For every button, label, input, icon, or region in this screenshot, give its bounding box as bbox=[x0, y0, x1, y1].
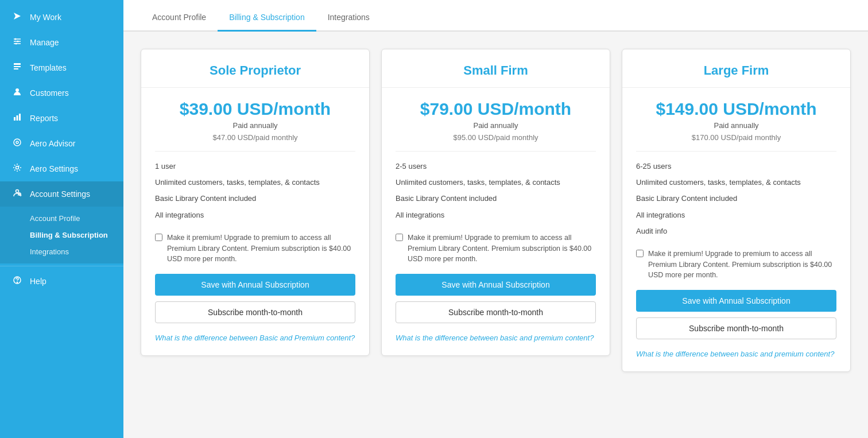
plan-name-sole-proprietor: Sole Proprietor bbox=[155, 63, 355, 78]
btn-monthly-small-firm[interactable]: Subscribe month-to-month bbox=[396, 301, 596, 323]
sidebar-item-help[interactable]: Help bbox=[0, 269, 123, 294]
feature-item: 2-5 users bbox=[396, 158, 596, 175]
plan-billing-large-firm: Paid annually bbox=[636, 121, 836, 130]
main-content: Account Profile Billing & Subscription I… bbox=[123, 0, 868, 438]
plan-small-firm: Small Firm $79.00 USD/month Paid annuall… bbox=[381, 49, 610, 356]
svg-rect-9 bbox=[14, 68, 18, 69]
sidebar-item-label: Manage bbox=[30, 38, 59, 47]
plan-link-large-firm[interactable]: What is the difference between basic and… bbox=[636, 348, 836, 360]
plan-link-small-firm[interactable]: What is the difference between basic and… bbox=[396, 332, 596, 344]
feature-item: Unlimited customers, tasks, templates, &… bbox=[396, 175, 596, 191]
sidebar-sub-account-profile[interactable]: Account Profile bbox=[0, 210, 123, 227]
feature-item: 6-25 users bbox=[636, 158, 836, 175]
plan-price-large-firm: $149.00 USD/month bbox=[636, 99, 836, 119]
sidebar-item-label: Aero Settings bbox=[30, 164, 78, 173]
feature-item: Basic Library Content included bbox=[396, 191, 596, 207]
plan-features-large-firm: 6-25 users Unlimited customers, tasks, t… bbox=[636, 158, 836, 239]
sidebar-item-label: Aero Advisor bbox=[30, 139, 75, 148]
btn-annual-small-firm[interactable]: Save with Annual Subscription bbox=[396, 274, 596, 296]
plan-premium-large-firm: Make it premium! Upgrade to premium to a… bbox=[636, 249, 836, 281]
sidebar-item-templates[interactable]: Templates bbox=[0, 55, 123, 80]
tab-account-profile[interactable]: Account Profile bbox=[141, 3, 218, 32]
tab-integrations[interactable]: Integrations bbox=[316, 3, 381, 32]
svg-point-5 bbox=[17, 41, 19, 42]
sidebar-item-manage[interactable]: Manage bbox=[0, 30, 123, 55]
btn-annual-sole-proprietor[interactable]: Save with Annual Subscription bbox=[155, 274, 355, 296]
plan-link-sole-proprietor[interactable]: What is the difference between Basic and… bbox=[155, 332, 355, 344]
sidebar-item-label: Reports bbox=[30, 114, 58, 123]
svg-rect-13 bbox=[19, 114, 21, 121]
btn-annual-large-firm[interactable]: Save with Annual Subscription bbox=[636, 290, 836, 312]
sidebar-sub-billing[interactable]: Billing & Subscription bbox=[0, 227, 123, 243]
sidebar-item-label: Customers bbox=[30, 88, 69, 98]
premium-checkbox-large-firm[interactable] bbox=[636, 250, 644, 257]
btn-monthly-large-firm[interactable]: Subscribe month-to-month bbox=[636, 317, 836, 339]
sidebar-item-customers[interactable]: Customers bbox=[0, 80, 123, 106]
help-icon bbox=[11, 276, 23, 287]
sidebar-item-label: My Work bbox=[30, 13, 61, 22]
plan-header-sole-proprietor: Sole Proprietor bbox=[141, 49, 369, 88]
svg-marker-0 bbox=[14, 13, 21, 20]
plan-billing-small-firm: Paid annually bbox=[396, 121, 596, 130]
account-settings-icon bbox=[11, 188, 23, 200]
sidebar-item-aero-advisor[interactable]: Aero Advisor bbox=[0, 131, 123, 156]
svg-point-16 bbox=[16, 166, 19, 169]
plan-billing-sole-proprietor: Paid annually bbox=[155, 121, 355, 130]
sidebar-item-label: Account Settings bbox=[30, 189, 90, 199]
plan-name-small-firm: Small Firm bbox=[396, 63, 596, 78]
reports-icon bbox=[11, 113, 23, 124]
svg-rect-11 bbox=[14, 117, 16, 121]
aero-settings-icon bbox=[11, 163, 23, 175]
feature-item: All integrations bbox=[636, 207, 836, 223]
svg-point-15 bbox=[16, 141, 18, 144]
feature-item: Unlimited customers, tasks, templates, &… bbox=[636, 175, 836, 191]
plan-sole-proprietor: Sole Proprietor $39.00 USD/month Paid an… bbox=[141, 49, 370, 356]
sidebar-item-my-work[interactable]: My Work bbox=[0, 5, 123, 30]
svg-point-17 bbox=[16, 190, 19, 193]
sidebar-item-aero-settings[interactable]: Aero Settings bbox=[0, 156, 123, 181]
plan-monthly-sole-proprietor: $47.00 USD/paid monthly bbox=[155, 133, 355, 142]
svg-point-10 bbox=[16, 88, 19, 92]
plan-monthly-small-firm: $95.00 USD/paid monthly bbox=[396, 133, 596, 142]
premium-checkbox-sole-proprietor[interactable] bbox=[155, 234, 162, 241]
account-settings-sub: Account Profile Billing & Subscription I… bbox=[0, 207, 123, 263]
tab-billing-subscription[interactable]: Billing & Subscription bbox=[218, 3, 316, 32]
tabs-bar: Account Profile Billing & Subscription I… bbox=[123, 0, 868, 32]
sidebar-item-label: Templates bbox=[30, 63, 67, 72]
svg-point-14 bbox=[14, 139, 21, 146]
sidebar-sub-integrations[interactable]: Integrations bbox=[0, 243, 123, 260]
plan-premium-sole-proprietor: Make it premium! Upgrade to premium to a… bbox=[155, 232, 355, 265]
premium-checkbox-small-firm[interactable] bbox=[396, 234, 403, 241]
svg-point-20 bbox=[17, 282, 17, 282]
plans-container: Sole Proprietor $39.00 USD/month Paid an… bbox=[141, 49, 851, 372]
customers-icon bbox=[11, 87, 23, 99]
svg-point-6 bbox=[16, 43, 17, 45]
plan-header-large-firm: Large Firm bbox=[622, 49, 850, 88]
svg-rect-12 bbox=[17, 115, 18, 121]
aero-advisor-icon bbox=[11, 138, 23, 149]
feature-item: 1 user bbox=[155, 158, 355, 175]
feature-item: All integrations bbox=[396, 207, 596, 223]
plan-price-small-firm: $79.00 USD/month bbox=[396, 99, 596, 119]
billing-content: Sole Proprietor $39.00 USD/month Paid an… bbox=[123, 32, 868, 438]
help-label: Help bbox=[30, 277, 46, 286]
sidebar-item-reports[interactable]: Reports bbox=[0, 106, 123, 131]
plan-body-large-firm: $149.00 USD/month Paid annually $170.00 … bbox=[622, 88, 850, 371]
svg-rect-8 bbox=[14, 66, 21, 67]
plan-header-small-firm: Small Firm bbox=[382, 49, 610, 88]
plan-large-firm: Large Firm $149.00 USD/month Paid annual… bbox=[622, 49, 851, 372]
sidebar-item-account-settings[interactable]: Account Settings bbox=[0, 181, 123, 207]
sidebar: My Work Manage Templates Customers Repor… bbox=[0, 0, 123, 438]
plan-body-small-firm: $79.00 USD/month Paid annually $95.00 US… bbox=[382, 88, 610, 355]
plan-features-sole-proprietor: 1 user Unlimited customers, tasks, templ… bbox=[155, 158, 355, 223]
manage-icon bbox=[11, 37, 23, 48]
feature-item: Basic Library Content included bbox=[155, 191, 355, 207]
svg-point-4 bbox=[15, 38, 17, 40]
btn-monthly-sole-proprietor[interactable]: Subscribe month-to-month bbox=[155, 301, 355, 323]
plan-premium-small-firm: Make it premium! Upgrade to premium to a… bbox=[396, 232, 596, 265]
my-work-icon bbox=[11, 11, 23, 23]
svg-rect-7 bbox=[14, 63, 21, 65]
feature-item: Basic Library Content included bbox=[636, 191, 836, 207]
plan-name-large-firm: Large Firm bbox=[636, 63, 836, 78]
feature-item: All integrations bbox=[155, 207, 355, 223]
